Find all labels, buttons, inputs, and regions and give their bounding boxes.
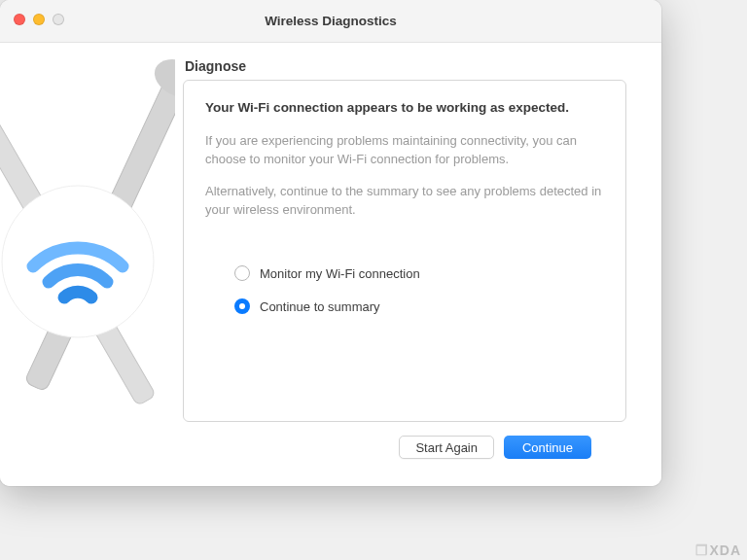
minimize-icon[interactable] [33,14,45,25]
section-heading: Diagnose [185,58,626,74]
description-1: If you are experiencing problems maintai… [205,132,604,169]
radio-continue-summary[interactable]: Continue to summary [234,298,604,314]
radio-icon [234,265,250,281]
radio-label: Continue to summary [260,299,380,314]
footer-buttons: Start Again Continue [183,422,626,476]
window-title: Wireless Diagnostics [0,14,661,28]
status-headline: Your Wi-Fi connection appears to be work… [205,100,604,115]
traffic-lights [14,14,64,25]
close-icon[interactable] [14,14,25,25]
zoom-icon [53,14,64,25]
radio-label: Monitor my Wi-Fi connection [260,266,420,281]
wrench-wifi-icon [0,43,175,486]
watermark: ❐XDA [695,542,741,558]
window-body: Diagnose Your Wi-Fi connection appears t… [0,43,661,486]
svg-point-3 [2,186,154,337]
wireless-diagnostics-window: Wireless Diagnostics [0,0,661,486]
continue-button[interactable]: Continue [504,436,591,459]
titlebar: Wireless Diagnostics [0,0,661,43]
diagnose-panel: Your Wi-Fi connection appears to be work… [183,80,626,422]
radio-monitor-connection[interactable]: Monitor my Wi-Fi connection [234,265,604,281]
sidebar-illustration [0,43,175,486]
action-radio-group: Monitor my Wi-Fi connection Continue to … [234,265,604,314]
content-area: Diagnose Your Wi-Fi connection appears t… [175,43,661,486]
description-2: Alternatively, continue to the summary t… [205,183,604,220]
radio-icon [234,298,250,314]
start-again-button[interactable]: Start Again [399,436,494,459]
